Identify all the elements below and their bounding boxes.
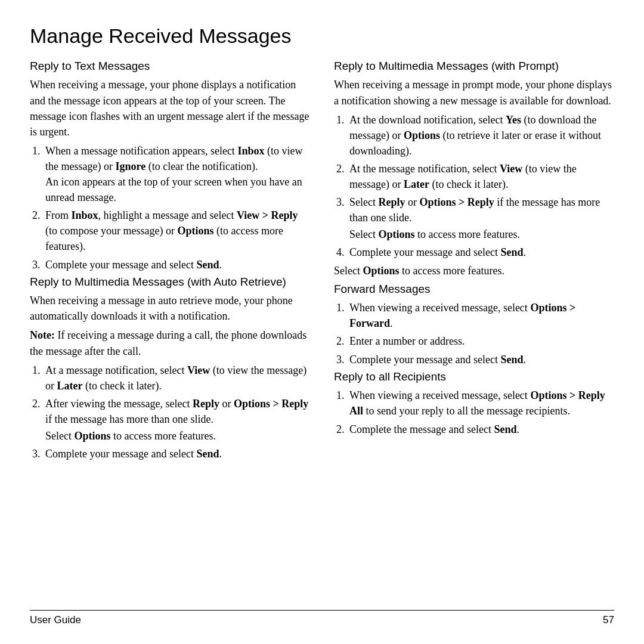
sub-text: Select Options to access more features. [45, 428, 310, 444]
reply-text-intro: When receiving a message, your phone dis… [30, 77, 310, 139]
section-title-forward: Forward Messages [334, 282, 614, 297]
section-reply-mms-auto: Reply to Multimedia Messages (with Auto … [30, 275, 310, 465]
footer-left: User Guide [30, 614, 81, 626]
section-title-mms-prompt: Reply to Multimedia Messages (with Promp… [334, 59, 614, 74]
content-columns: Reply to Text Messages When receiving a … [30, 59, 614, 604]
footer-right: 57 [603, 614, 614, 626]
list-item: Complete your message and select Send. [347, 244, 614, 260]
page: Manage Received Messages Reply to Text M… [0, 0, 644, 644]
list-item: Complete your message and select Send. [43, 257, 310, 273]
list-item: Enter a number or address. [347, 333, 614, 349]
list-item: When a message notification appears, sel… [43, 143, 310, 205]
mms-auto-note: Note: If receiving a message during a ca… [30, 327, 310, 358]
mms-auto-intro: When receiving a message in auto retriev… [30, 293, 310, 324]
list-item: From Inbox, highlight a message and sele… [43, 208, 310, 254]
list-item: When viewing a received message, select … [347, 388, 614, 419]
list-item: After viewing the message, select Reply … [43, 396, 310, 444]
sub-text: An icon appears at the top of your scree… [45, 174, 310, 205]
mms-prompt-trailing: Select Options to access more features. [334, 263, 614, 278]
list-item: At a message notification, select View (… [43, 363, 310, 394]
section-reply-mms-prompt: Reply to Multimedia Messages (with Promp… [334, 59, 614, 282]
mms-prompt-list: At the download notification, select Yes… [347, 112, 614, 261]
section-forward: Forward Messages When viewing a received… [334, 282, 614, 370]
forward-list: When viewing a received message, select … [347, 300, 614, 367]
section-title-reply-text: Reply to Text Messages [30, 59, 310, 74]
reply-text-list: When a message notification appears, sel… [43, 143, 310, 273]
list-item: Select Reply or Options > Reply if the m… [347, 194, 614, 242]
page-title: Manage Received Messages [30, 24, 614, 48]
mms-auto-list: At a message notification, select View (… [43, 363, 310, 462]
left-column: Reply to Text Messages When receiving a … [30, 59, 310, 604]
list-item: When viewing a received message, select … [347, 300, 614, 331]
section-reply-all: Reply to all Recipients When viewing a r… [334, 370, 614, 439]
reply-all-list: When viewing a received message, select … [347, 388, 614, 436]
mms-prompt-intro: When receiving a message in prompt mode,… [334, 77, 614, 108]
list-item: At the message notification, select View… [347, 161, 614, 192]
list-item: Complete the message and select Send. [347, 422, 614, 437]
right-column: Reply to Multimedia Messages (with Promp… [334, 59, 614, 604]
list-item: Complete your message and select Send. [347, 352, 614, 367]
list-item: Complete your message and select Send. [43, 446, 310, 462]
section-title-reply-all: Reply to all Recipients [334, 370, 614, 385]
list-item: At the download notification, select Yes… [347, 112, 614, 159]
section-reply-text: Reply to Text Messages When receiving a … [30, 59, 310, 275]
page-footer: User Guide 57 [30, 610, 614, 626]
sub-text: Select Options to access more features. [349, 227, 614, 242]
section-title-mms-auto: Reply to Multimedia Messages (with Auto … [30, 275, 310, 290]
